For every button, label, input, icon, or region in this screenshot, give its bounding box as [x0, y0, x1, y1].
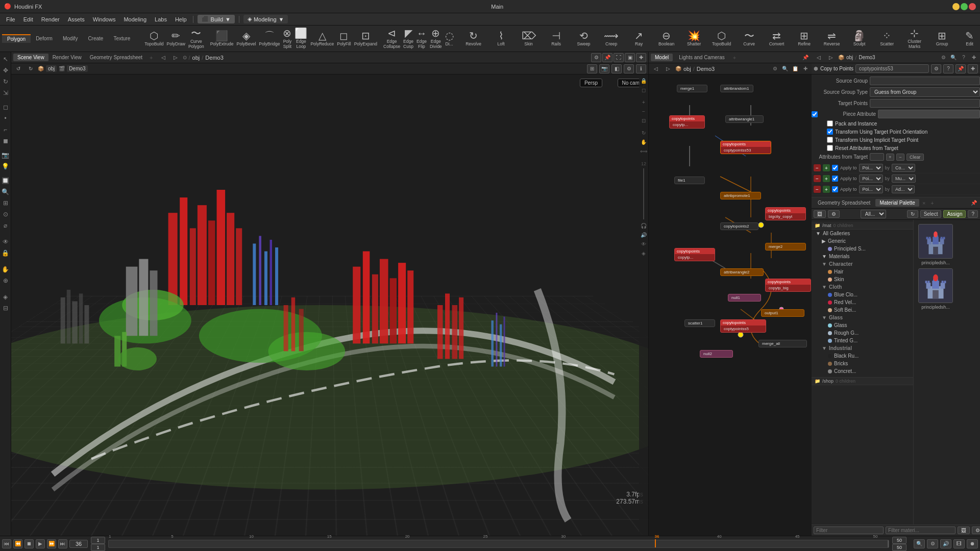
mat-concrete[interactable]: Concret... [812, 367, 913, 375]
attr-2-by-select[interactable]: Mu... [892, 174, 916, 183]
tab-modify[interactable]: Modify [58, 35, 83, 42]
mat-cloth-group[interactable]: ▼ Cloth [812, 283, 913, 291]
vp-icon-5[interactable]: ✚ [636, 53, 646, 62]
node-18[interactable]: output1 [761, 309, 804, 317]
node-icon2[interactable]: 🔍 [781, 65, 789, 73]
menu-edit[interactable]: Edit [19, 15, 37, 23]
attrs-decrement-btn[interactable]: − [896, 154, 904, 161]
prop-back[interactable]: ◁ [814, 54, 824, 61]
tl-end-1-input[interactable] [892, 537, 906, 544]
attr-3-by-select[interactable]: Ad... [892, 185, 915, 193]
node-icon1[interactable]: ⚙ [771, 65, 779, 73]
tl-next-btn[interactable]: ⏩ [47, 539, 56, 548]
tool-boolean[interactable]: ⊖ Boolean [654, 27, 679, 51]
menu-windows[interactable]: Windows [89, 15, 120, 23]
sidebar-point[interactable]: • [1, 113, 11, 123]
mat-materials-group[interactable]: ▼ Materials [812, 253, 913, 260]
vt-mic[interactable]: 🔊 [640, 231, 648, 239]
vt-dolly[interactable]: ⟺ [640, 147, 648, 155]
view-obj-label[interactable]: obj [46, 65, 57, 72]
viewport-canvas[interactable]: Persp No cam 3.7fps 273.57ms 🔒 ◻ + − ⊡ ↻… [11, 74, 648, 536]
attr-3-plus[interactable]: + [823, 186, 830, 193]
tool-polybridge[interactable]: ⌒ PolyBridge [258, 27, 281, 51]
sidebar-falloff[interactable]: ⌀ [1, 220, 11, 231]
tool-edge-divide[interactable]: ⊕ Edge Divide [429, 27, 443, 51]
tl-range-2-input[interactable] [91, 544, 105, 551]
maximize-button[interactable] [961, 3, 968, 10]
sidebar-move[interactable]: ✥ [1, 65, 11, 76]
menu-file[interactable]: File [2, 15, 19, 23]
sidebar-object[interactable]: ◻ [1, 102, 11, 112]
mat-filter-material-input[interactable] [886, 527, 955, 534]
sidebar-grid[interactable]: ⊟ [1, 303, 11, 313]
target-points-input[interactable] [870, 99, 980, 108]
sidebar-lock[interactable]: 🔒 [1, 248, 11, 258]
tool-curve[interactable]: 〜 Curve [737, 27, 762, 51]
tool-polyexpand[interactable]: ⊡ PolyExpand [353, 27, 378, 51]
sidebar-handles[interactable]: ✋ [1, 264, 11, 274]
node-16[interactable]: merge2 [765, 243, 806, 251]
tool-edge-cusp[interactable]: ◤ Edge Cusp [402, 27, 414, 51]
node-icon4[interactable]: ✚ [801, 65, 810, 73]
tool-group[interactable]: ⊞ Group [929, 27, 955, 51]
mat-bricks[interactable]: Bricks [812, 360, 913, 367]
vp-icon-2[interactable]: 📌 [602, 53, 612, 62]
source-group-type-select[interactable]: Guess from Group [870, 87, 980, 97]
mat-industrial-group[interactable]: ▼ Industrial [812, 344, 913, 352]
vt-zoom-out[interactable]: − [640, 107, 648, 115]
vt-ear[interactable]: 🎧 [640, 221, 648, 230]
source-group-input[interactable] [870, 77, 980, 85]
node-13[interactable]: scatter1 [684, 319, 715, 327]
mat-tab-geo[interactable]: Geometry Spreadsheet [814, 199, 874, 207]
attr-2-apply-select[interactable]: Poi... [859, 174, 883, 183]
workspace-build[interactable]: ⬛ Build ▼ [198, 15, 235, 23]
attr-1-plus[interactable]: + [823, 164, 830, 171]
view-btn-1[interactable]: ↺ [13, 65, 23, 72]
attr-2-check[interactable] [832, 176, 838, 182]
tl-zoom-out-btn[interactable]: 🔍 [914, 539, 925, 548]
persp-badge[interactable]: Persp [580, 79, 602, 87]
clear-btn[interactable]: Clear [906, 154, 924, 161]
view-opt-btn[interactable]: ⚙ [624, 64, 634, 73]
tool-edge-collapse[interactable]: ⊲ Edge Collapse [382, 27, 401, 51]
attr-3-apply-select[interactable]: Poi... [859, 185, 883, 193]
transform-implicit-checkbox[interactable] [827, 137, 833, 143]
node-8[interactable]: copytopoints2 [720, 222, 758, 230]
mat-thumb-2[interactable]: principledsh... [918, 268, 953, 310]
tool-convert[interactable]: ⇄ Convert [764, 27, 790, 51]
tool-shatter[interactable]: 💥 Shatter [681, 27, 707, 51]
tool-edge-flip[interactable]: ↔ Edge Flip [415, 27, 428, 51]
node-tab-lights[interactable]: Lights and Cameras [675, 54, 729, 61]
vt-frame[interactable]: ⊡ [640, 116, 648, 124]
tool-topobuild2[interactable]: ⬡ TopoBuild [709, 27, 734, 51]
mat-red-velvet[interactable]: Red Vel... [812, 298, 913, 306]
tl-start-btn[interactable]: ⏮ [2, 539, 11, 548]
sidebar-pivot[interactable]: ⊕ [1, 276, 11, 286]
tl-audio-btn[interactable]: 🔊 [940, 539, 951, 548]
tl-prev-btn[interactable]: ⏪ [13, 539, 22, 548]
node-10[interactable]: attribwrangle2 [720, 268, 764, 276]
node-icon3[interactable]: 📋 [791, 65, 799, 73]
node-15[interactable]: copytopoints bigcity_copyt [765, 207, 806, 220]
sidebar-magnet[interactable]: 🔍 [1, 187, 11, 197]
tool-polybevel[interactable]: ◈ PolyBevel [235, 27, 257, 51]
vp-path-scene[interactable]: Demo3 [205, 55, 223, 61]
prop-forward[interactable]: ▷ [826, 54, 836, 61]
tool-revolve[interactable]: ↻ Revolve [461, 27, 486, 51]
tool-rails[interactable]: ⊣ Rails [544, 27, 569, 51]
close-button[interactable] [969, 3, 976, 10]
prop-icon4[interactable]: ✚ [970, 54, 978, 62]
mat-blue-cloth[interactable]: Blue Clo... [812, 291, 913, 298]
tl-anim-btn[interactable]: 🎞 [953, 539, 965, 548]
tool-skin[interactable]: ⌦ Skin [516, 27, 542, 51]
mat-principled[interactable]: Principled S... [812, 245, 913, 253]
view-btn-2[interactable]: ↻ [26, 65, 36, 72]
sidebar-camera[interactable]: 📷 [1, 150, 11, 160]
tab-deform[interactable]: Deform [31, 35, 58, 42]
sidebar-mirror[interactable]: ⊞ [1, 198, 11, 208]
vt-sel[interactable]: ◈ [640, 249, 648, 257]
node-9[interactable]: copytopoints copytp... [674, 248, 715, 261]
vt-zoom-in[interactable]: + [640, 98, 648, 106]
workspace-modeling[interactable]: ◈ Modeling ▼ [243, 15, 288, 23]
sidebar-scale[interactable]: ⇲ [1, 88, 11, 98]
